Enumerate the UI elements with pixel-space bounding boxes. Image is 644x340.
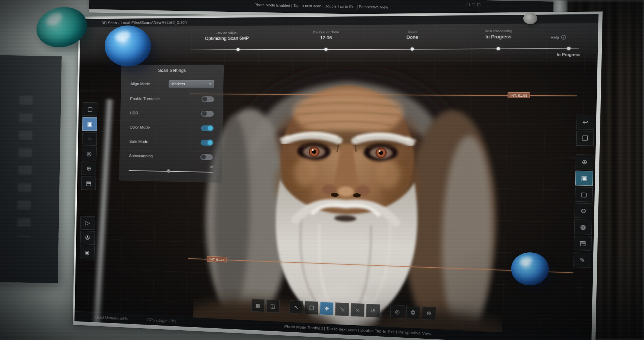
view-mode-group: ▦◫	[251, 299, 280, 313]
push-pin-blue-bottom	[511, 252, 549, 285]
zoom-button[interactable]: ◌	[82, 132, 97, 146]
mesh-button[interactable]: ▣	[575, 171, 593, 186]
stepper-stage-scan: Scan Done	[367, 29, 458, 40]
duplicate-button[interactable]: ❐	[576, 131, 594, 146]
gear-icon: ❂	[411, 309, 416, 316]
align-mode-dropdown[interactable]: Markers ▼	[169, 80, 215, 88]
options-group: ◎❂⊗	[390, 305, 436, 320]
undo-icon: ↩	[582, 118, 588, 126]
globe-icon: ⊕	[86, 165, 91, 172]
push-pin-blue-top	[105, 26, 151, 66]
play-icon: ▷	[86, 219, 90, 226]
toggle-knob	[202, 97, 207, 101]
record-button[interactable]: ◉	[80, 245, 95, 259]
cpu-usage: CPU usage: 10%	[147, 318, 176, 323]
slider-knob[interactable]	[167, 169, 170, 173]
right-rail-group-top: ↩❐	[576, 115, 595, 146]
autoscanning-toggle[interactable]	[200, 154, 213, 160]
duplicate-button[interactable]: ❐	[305, 301, 318, 314]
gear-button[interactable]: ❂	[406, 305, 420, 319]
color-mode-toggle[interactable]	[201, 125, 214, 131]
scan-app-window: 3D Scan - Local Files\Scans\NewRecord_2.…	[74, 14, 598, 340]
remove-circle-button[interactable]: ⊖	[575, 203, 593, 218]
scan-settings-panel: Scan Settings Align Mode Markers ▼ Enabl…	[119, 65, 224, 183]
frame-icon: ▢	[581, 191, 587, 199]
camera-icon: ✇	[85, 234, 90, 241]
add-circle-button[interactable]: ⊕	[576, 154, 594, 169]
globe-button[interactable]: ⊕	[82, 161, 96, 175]
layers-button[interactable]: ▤	[81, 176, 96, 190]
window-title: 3D Scan - Local Files\Scans\NewRecord_2.…	[102, 20, 187, 25]
grid-view-icon: ▦	[255, 302, 260, 308]
undo-button[interactable]: ↩	[576, 115, 594, 130]
align-mode-value: Markers	[171, 82, 185, 86]
camera-button[interactable]: ✇	[80, 231, 95, 245]
scale-icon: ⇲	[340, 306, 344, 313]
stepper-stage-final: In Progress	[521, 51, 598, 57]
move-button[interactable]: ✥	[320, 302, 334, 315]
rotate-button[interactable]: ↺	[366, 304, 380, 318]
help-label: Help	[550, 35, 559, 40]
help-button[interactable]: Help i	[550, 35, 566, 39]
frame-button[interactable]: ▢	[83, 102, 97, 116]
mesh-icon: ▣	[581, 174, 588, 182]
edit-button[interactable]: ✎	[573, 252, 591, 268]
target-button[interactable]: ◎	[82, 147, 96, 160]
layers-icon: ▤	[86, 180, 91, 187]
left-rail-group-top: ▢▣◌◎⊕▤	[81, 102, 98, 190]
upper-status-text: Photo Mode Enabled | Tap to next scan | …	[255, 3, 388, 9]
world-icon: ◍	[580, 223, 586, 231]
safe-mode-toggle[interactable]	[201, 140, 213, 146]
world-button[interactable]: ◍	[574, 219, 592, 234]
stepper-stage-calibration: Calibration Time 12:06	[282, 30, 370, 41]
edit-icon: ✎	[579, 256, 585, 264]
info-icon: i	[561, 35, 566, 39]
split-view-button[interactable]: ◫	[266, 299, 280, 313]
zoom-icon: ◌	[88, 135, 91, 142]
enable-turntable-toggle[interactable]	[202, 96, 214, 102]
target-button[interactable]: ◎	[390, 305, 405, 319]
link-icon: ∞	[356, 307, 360, 313]
slider-max-label: 2x	[210, 165, 214, 168]
capture-button[interactable]: ▣	[82, 117, 97, 131]
play-button[interactable]: ▷	[80, 216, 95, 230]
toggle-knob	[202, 111, 207, 116]
remove-circle-icon: ⊖	[581, 207, 587, 215]
rows-icon: ▤	[579, 239, 586, 247]
target-icon: ◎	[87, 150, 92, 157]
left-rail-group-bottom: ▷✇◉	[80, 216, 96, 259]
memory-usage: Used Memory: 55%	[95, 315, 128, 321]
duplicate-icon: ❐	[582, 135, 588, 142]
enable-turntable-label: Enable Turntable	[130, 97, 160, 101]
add-circle-icon: ⊕	[582, 158, 588, 166]
right-rail-group-bottom: ✎	[573, 252, 592, 268]
dismiss-button[interactable]: ⊗	[422, 306, 436, 320]
settings-panel-title: Scan Settings	[121, 65, 224, 73]
scanned-face-portrait	[193, 67, 507, 340]
stepper-stage-device-adjust: Device Adjust Optimizing Scan 6MP	[185, 31, 270, 41]
hdr-toggle[interactable]	[201, 111, 214, 117]
grid-view-button[interactable]: ▦	[251, 299, 265, 312]
rows-button[interactable]: ▤	[574, 236, 592, 251]
slider-track[interactable]	[129, 170, 213, 173]
scale-button[interactable]: ⇲	[335, 302, 349, 316]
color-mode-label: Color Mode	[129, 125, 150, 130]
cursor-button[interactable]: ↖	[289, 300, 303, 314]
link-button[interactable]: ∞	[351, 303, 365, 317]
intensity-label-top: INT: 51.95	[507, 92, 530, 98]
toggle-knob	[201, 154, 206, 159]
capture-icon: ▣	[87, 120, 92, 128]
align-mode-label: Align Mode	[130, 82, 150, 86]
autoscanning-label: Autoscanning	[129, 154, 153, 158]
safe-mode-label: Safe Mode	[129, 139, 148, 144]
left-poster-sheet	[0, 55, 62, 283]
duplicate-icon: ❐	[309, 305, 314, 311]
frame-button[interactable]: ▢	[575, 187, 593, 202]
toggle-knob	[208, 126, 213, 131]
record-icon: ◉	[85, 249, 90, 256]
toggle-knob	[208, 140, 213, 145]
target-icon: ◎	[395, 308, 400, 315]
right-rail-group-middle: ⊕▣▢⊖◍▤	[574, 154, 594, 251]
printed-screenshot-sheet: 3D Scan - Local Files\Scans\NewRecord_2.…	[73, 11, 603, 340]
chevron-down-icon: ▼	[209, 83, 211, 86]
